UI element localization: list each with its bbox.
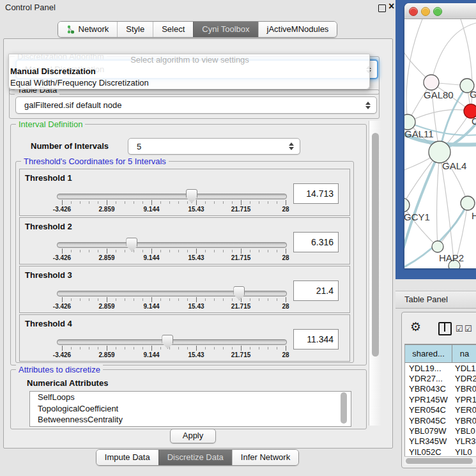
table-cell-shared-name[interactable]: YER054C	[405, 405, 452, 415]
network-node-hap2[interactable]	[432, 241, 443, 252]
tick-mark	[178, 298, 179, 301]
node-attribute-table: shared... na YDL19...YDL1YDR27...YDR2YBR…	[404, 344, 476, 457]
tick-label: 28	[282, 254, 289, 261]
network-node-gal11[interactable]	[404, 114, 415, 130]
minimize-traffic-light-icon[interactable]	[421, 7, 430, 16]
close-traffic-light-icon[interactable]	[409, 7, 418, 16]
table-cell-name[interactable]: YIL0	[452, 447, 476, 457]
table-cell-name[interactable]: YLR3	[452, 436, 476, 446]
table-row[interactable]: YDR27...YDR2	[405, 373, 476, 383]
tab-network[interactable]: Network	[58, 22, 118, 37]
table-panel: ⚙ ☑ ☑ shared... na YDL19...YDL1YDR27...Y…	[401, 312, 476, 468]
tick-mark	[196, 297, 197, 302]
settings-scrollbar-thumb[interactable]	[372, 133, 379, 357]
table-cell-name[interactable]: YDR2	[452, 374, 476, 383]
table-cell-shared-name[interactable]: YPR145W	[405, 395, 452, 404]
table-cell-shared-name[interactable]: YDR27...	[405, 374, 452, 383]
tick-mark	[196, 249, 197, 254]
tab-select[interactable]: Select	[153, 22, 193, 37]
attribute-list-item[interactable]: SelfLoops	[30, 392, 351, 403]
split-columns-icon[interactable]	[438, 322, 452, 335]
threshold-value-field[interactable]: 6.316	[293, 232, 339, 252]
network-node-gal4[interactable]	[429, 141, 450, 163]
checkbox-icon[interactable]: ☑	[464, 324, 472, 334]
tick-mark	[71, 298, 72, 301]
table-panel-title: Table Panel	[404, 295, 448, 304]
network-window-titlebar[interactable]	[404, 3, 476, 19]
tick-mark	[98, 250, 98, 252]
table-cell-shared-name[interactable]: YIL052C	[405, 447, 452, 457]
table-data-combo[interactable]: galFiltered.sif default node	[15, 96, 377, 114]
interval-definition-title: Interval Definition	[16, 119, 85, 129]
table-cell-name[interactable]: YBR0	[452, 384, 476, 394]
table-cell-shared-name[interactable]: YBL079W	[405, 426, 452, 436]
table-cell-shared-name[interactable]: YDL19...	[405, 364, 452, 373]
tick-mark	[241, 346, 242, 351]
tick-label: 28	[282, 351, 289, 358]
table-cell-shared-name[interactable]: YBR045C	[405, 416, 452, 426]
dropdown-option-equal-width[interactable]: Equal Width/Frequency Discretization	[9, 77, 369, 89]
table-row[interactable]: YBR043CYBR0	[405, 384, 476, 394]
table-row[interactable]: YBL079WYBL0	[405, 426, 476, 436]
table-cell-name[interactable]: YDL1	[452, 364, 476, 373]
column-header-name[interactable]: na	[452, 344, 476, 363]
network-node-gcy1[interactable]	[404, 198, 410, 212]
attributes-scrollbar-thumb[interactable]	[341, 392, 347, 424]
tick-mark	[125, 201, 125, 204]
slider-track[interactable]	[57, 242, 287, 248]
tab-style[interactable]: Style	[117, 22, 153, 37]
threshold-value-field[interactable]: 14.713	[293, 183, 339, 204]
tick-mark	[205, 250, 206, 252]
tick-mark	[116, 250, 116, 252]
network-node-h[interactable]	[461, 196, 475, 210]
network-canvas[interactable]: GAL80 GA C GAL11 GAL4 GCY1 H HAP2	[404, 19, 476, 268]
tick-mark	[160, 298, 161, 301]
zoom-traffic-light-icon[interactable]	[433, 7, 442, 16]
slider-track[interactable]	[57, 291, 287, 296]
apply-button[interactable]: Apply	[170, 429, 216, 443]
table-hscrollbar-thumb[interactable]	[406, 458, 473, 464]
table-cell-name[interactable]: YBR0	[452, 416, 476, 426]
number-of-intervals-combo[interactable]: 5	[128, 138, 300, 155]
tick-mark	[71, 347, 72, 349]
threshold-label: Threshold 3	[25, 270, 72, 280]
tick-label: -3.426	[53, 206, 71, 213]
gear-icon[interactable]: ⚙	[410, 319, 421, 334]
tick-mark	[142, 201, 143, 204]
close-icon[interactable]: ×	[388, 1, 394, 12]
float-window-icon[interactable]	[378, 4, 386, 12]
attribute-list-item[interactable]: TopologicalCoefficient	[30, 403, 351, 415]
table-row[interactable]: YBR045CYBR0	[405, 415, 476, 426]
attribute-list-item[interactable]: BetweennessCentrality	[30, 414, 351, 426]
threshold-value-field[interactable]: 11.344	[293, 329, 339, 349]
table-hscrollbar[interactable]	[404, 456, 476, 465]
tab-label: Discretize Data	[167, 452, 224, 462]
tick-mark	[286, 249, 286, 254]
table-cell-name[interactable]: YER0	[452, 405, 476, 415]
table-cell-shared-name[interactable]: YLR345W	[405, 436, 452, 446]
tab-cyni-toolbox[interactable]: Cyni Toolbox	[193, 22, 257, 37]
tab-impute-data[interactable]: Impute Data	[96, 450, 158, 465]
tab-jactivemnodules[interactable]: jActiveMNodules	[258, 22, 337, 37]
network-node-gal80[interactable]	[424, 75, 439, 90]
tab-infer-network[interactable]: Infer Network	[232, 450, 298, 465]
slider-track[interactable]	[57, 194, 287, 199]
tick-mark	[205, 298, 206, 301]
tick-mark	[232, 298, 233, 301]
tick-label: 15.43	[188, 303, 204, 310]
threshold-value-field[interactable]: 21.4	[293, 280, 339, 301]
table-cell-shared-name[interactable]: YBR043C	[405, 384, 452, 394]
table-row[interactable]: YLR345WYLR3	[405, 436, 476, 447]
dropdown-option-manual[interactable]: Manual Discretization	[9, 66, 369, 77]
table-row[interactable]: YPR145WYPR1	[405, 394, 476, 404]
checkbox-icon[interactable]: ☑	[456, 324, 463, 334]
column-header-shared[interactable]: shared...	[405, 344, 452, 363]
table-cell-name[interactable]: YPR1	[452, 395, 476, 404]
numerical-attributes-list[interactable]: SelfLoopsTopologicalCoefficientBetweenne…	[29, 391, 351, 427]
settings-scrollbar[interactable]	[369, 121, 381, 426]
table-row[interactable]: YER054CYER0	[405, 405, 476, 415]
table-cell-name[interactable]: YBL0	[452, 426, 476, 436]
table-row[interactable]: YDL19...YDL1	[405, 363, 476, 373]
threshold-label: Threshold 4	[25, 319, 72, 328]
tab-discretize-data[interactable]: Discretize Data	[158, 450, 232, 465]
